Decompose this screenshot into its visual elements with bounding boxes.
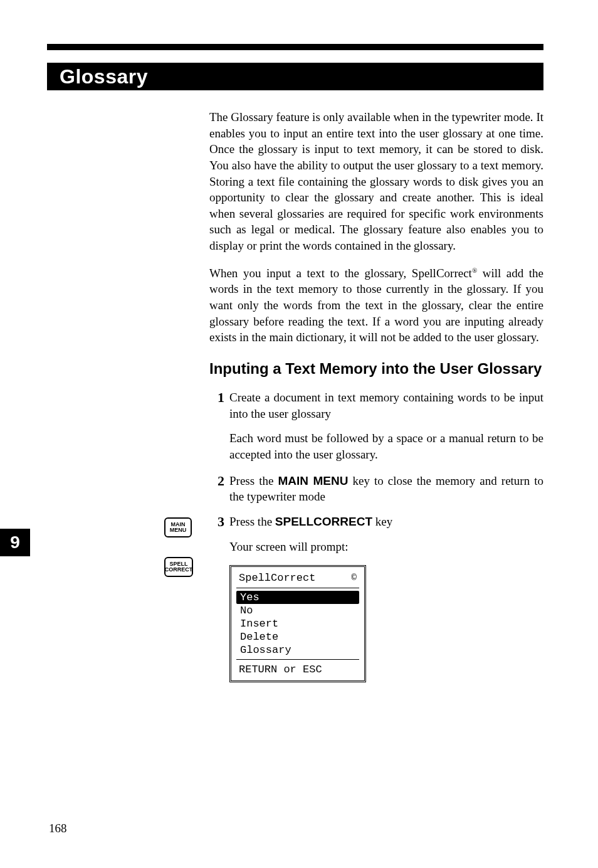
chapter-number: 9 xyxy=(10,532,20,553)
page-number: 168 xyxy=(49,822,67,835)
menu-footer: RETURN or ESC xyxy=(236,660,359,675)
main-menu-key-icon: MAIN MENU xyxy=(164,517,192,537)
menu-item-yes[interactable]: Yes xyxy=(236,591,359,604)
menu-title: SpellCorrect xyxy=(239,572,315,584)
step-1: 1 Create a document in text memory conta… xyxy=(209,389,543,421)
menu-items: Yes No Insert Delete Glossary xyxy=(236,588,359,660)
step-1-note: Each word must be followed by a space or… xyxy=(229,430,543,462)
chapter-tab: 9 xyxy=(0,529,30,556)
s3-pre: Press the xyxy=(229,515,275,528)
s3-bold: SPELLCORRECT xyxy=(275,515,372,528)
step-number: 2 xyxy=(209,473,229,505)
s2-bold: MAIN MENU xyxy=(278,474,348,487)
p2-pre: When you input a text to the glossary, S… xyxy=(209,267,472,280)
step-2: 2 Press the MAIN MENU key to close the m… xyxy=(209,473,543,505)
spellcorrect-key-icon: SPELL CORRECT xyxy=(164,557,193,577)
step-text: Press the SPELLCORRECT key xyxy=(229,514,543,530)
section-heading: Inputing a Text Memory into the User Glo… xyxy=(209,359,543,378)
intro-paragraph-1: The Glossary feature is only available w… xyxy=(209,109,543,254)
step-number: 3 xyxy=(209,514,229,530)
menu-item-insert[interactable]: Insert xyxy=(236,617,359,630)
menu-title-row: SpellCorrect © xyxy=(236,571,359,588)
main-content: The Glossary feature is only available w… xyxy=(209,109,543,682)
key-label-line2: CORRECT xyxy=(165,567,193,573)
intro-paragraph-2: When you input a text to the glossary, S… xyxy=(209,265,543,346)
s3-post: key xyxy=(372,515,392,528)
title-bar: Glossary xyxy=(47,63,543,90)
s2-pre: Press the xyxy=(229,474,278,487)
step-text: Create a document in text memory contain… xyxy=(229,389,543,421)
page-title: Glossary xyxy=(60,65,148,88)
menu-item-no[interactable]: No xyxy=(236,604,359,617)
copyright-icon: © xyxy=(352,573,357,583)
step-3: 3 Press the SPELLCORRECT key xyxy=(209,514,543,530)
registered-mark: ® xyxy=(472,266,477,273)
key-label-line2: MENU xyxy=(170,527,187,533)
top-rule xyxy=(47,44,543,50)
menu-item-delete[interactable]: Delete xyxy=(236,630,359,643)
step-text: Press the MAIN MENU key to close the mem… xyxy=(229,473,543,505)
menu-item-glossary[interactable]: Glossary xyxy=(236,643,359,657)
step-3-note: Your screen will prompt: xyxy=(229,539,543,555)
step-number: 1 xyxy=(209,389,229,421)
spellcorrect-menu: SpellCorrect © Yes No Insert Delete Glos… xyxy=(229,565,366,682)
